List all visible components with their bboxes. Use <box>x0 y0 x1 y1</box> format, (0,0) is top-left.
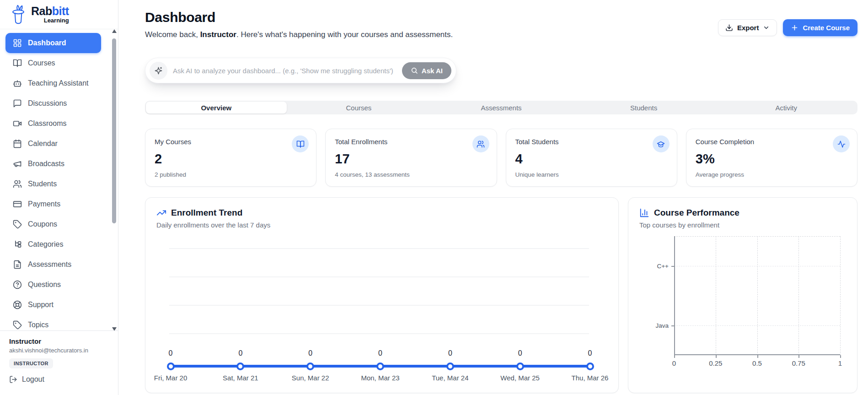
welcome-name: Instructor <box>200 30 236 39</box>
sidebar-item-assessments[interactable]: Assessments <box>5 254 101 275</box>
stat-subtitle: 4 courses, 13 assessments <box>335 171 487 178</box>
stat-icon-chip <box>653 135 670 152</box>
trend-point-marker <box>516 363 524 370</box>
stat-label: Total Students <box>515 138 668 146</box>
create-course-label: Create Course <box>803 24 850 32</box>
credit-card-icon <box>13 200 22 209</box>
tab-label: Activity <box>775 104 797 112</box>
logout-button[interactable]: Logout <box>9 375 109 384</box>
plus-icon <box>791 24 798 32</box>
tab-courses[interactable]: Courses <box>289 102 429 114</box>
message-square-icon <box>13 99 22 108</box>
sidebar-item-dashboard[interactable]: Dashboard <box>5 33 101 53</box>
charts-row: Enrollment Trend Daily enrollments over … <box>145 197 857 393</box>
stat-icon-chip <box>292 135 309 152</box>
welcome-message: Welcome back, Instructor. Here's what's … <box>145 30 453 39</box>
scroll-up-arrow-icon[interactable] <box>112 29 117 33</box>
export-label: Export <box>737 24 759 32</box>
scrollbar-thumb[interactable] <box>112 38 116 223</box>
enrollment-trend-card: Enrollment Trend Daily enrollments over … <box>145 197 619 393</box>
stat-card-total-students: Total Students 4 Unique learners <box>506 129 677 187</box>
enrollment-trend-title-row: Enrollment Trend <box>156 208 607 218</box>
trend-x-tick-label: Fri, Mar 20 <box>154 374 188 382</box>
trend-x-tick-label: Wed, Mar 25 <box>500 374 540 382</box>
help-circle-icon <box>13 280 22 289</box>
sparkles-icon <box>154 66 163 75</box>
sidebar-item-payments[interactable]: Payments <box>5 194 101 214</box>
tag-icon <box>13 320 22 330</box>
sidebar-item-courses[interactable]: Courses <box>5 53 101 73</box>
tab-students[interactable]: Students <box>573 102 714 114</box>
perf-y-tick-label: Java <box>655 322 669 329</box>
chevron-down-icon <box>763 24 770 31</box>
tab-bar: Overview Courses Assessments Students <box>145 101 857 114</box>
sidebar-item-classrooms[interactable]: Classrooms <box>5 114 101 134</box>
trend-point-marker <box>376 363 384 370</box>
perf-x-tick-mark <box>674 355 675 358</box>
logout-icon <box>9 375 17 384</box>
ask-ai-bar: Ask AI <box>145 58 456 83</box>
tab-assessments[interactable]: Assessments <box>431 102 572 114</box>
user-panel: Instructor akshi.vishnoi@techcurators.in… <box>0 330 118 395</box>
trend-point-marker <box>586 363 594 370</box>
perf-x-tick-label: 0.75 <box>792 359 805 367</box>
tab-label: Courses <box>346 104 371 112</box>
trend-x-tick-label: Sun, Mar 22 <box>292 374 329 382</box>
ask-ai-button[interactable]: Ask AI <box>402 62 451 79</box>
stat-value: 4 <box>515 152 668 167</box>
trend-point-value: 0 <box>308 349 312 357</box>
tab-overview[interactable]: Overview <box>146 102 287 114</box>
trend-point-marker <box>306 363 314 370</box>
export-button[interactable]: Export <box>718 19 777 36</box>
stat-card-total-enrollments: Total Enrollments 17 4 courses, 13 asses… <box>325 129 497 187</box>
perf-x-tick-label: 0.5 <box>752 359 762 367</box>
perf-h-gridline <box>674 325 840 326</box>
tab-label: Students <box>630 104 657 112</box>
sidebar-item-broadcasts[interactable]: Broadcasts <box>5 154 101 174</box>
stat-value: 2 <box>155 152 307 167</box>
tab-activity[interactable]: Activity <box>716 102 857 114</box>
sidebar-item-label: Support <box>28 301 54 309</box>
sidebar-item-support[interactable]: Support <box>5 295 101 315</box>
download-icon <box>725 24 733 32</box>
sidebar-item-label: Coupons <box>28 220 57 228</box>
perf-x-tick-label: 1 <box>838 359 842 367</box>
sidebar-item-label: Students <box>28 180 57 188</box>
sidebar-item-label: Dashboard <box>28 39 66 47</box>
book-open-icon <box>296 140 305 148</box>
video-icon <box>13 119 22 128</box>
stat-value: 3% <box>696 152 848 167</box>
stat-subtitle: Average progress <box>696 171 848 178</box>
sidebar-item-questions[interactable]: Questions <box>5 275 101 295</box>
sidebar-item-label: Topics <box>28 321 48 329</box>
ask-ai-button-label: Ask AI <box>422 67 443 75</box>
sidebar-item-coupons[interactable]: Coupons <box>5 214 101 234</box>
trend-x-tick-label: Tue, Mar 24 <box>432 374 468 382</box>
sidebar-item-discussions[interactable]: Discussions <box>5 93 101 114</box>
tab-label: Assessments <box>481 104 521 112</box>
trend-x-tick-label: Thu, Mar 26 <box>572 374 609 382</box>
calendar-icon <box>13 139 22 148</box>
perf-x-tick-label: 0 <box>672 359 676 367</box>
file-text-icon <box>13 260 22 269</box>
main-area: Dashboard Welcome back, Instructor. Here… <box>118 0 868 395</box>
users-icon <box>477 140 485 148</box>
sidebar-item-label: Courses <box>28 59 55 67</box>
sidebar-scrollbar <box>112 29 117 331</box>
trend-point-marker <box>446 363 454 370</box>
sidebar-item-label: Classrooms <box>28 119 66 128</box>
sidebar-item-teaching-assistant[interactable]: Teaching Assistant <box>5 73 101 93</box>
stat-label: Course Completion <box>696 138 848 146</box>
sidebar-item-categories[interactable]: Categories <box>5 234 101 254</box>
tab-label: Overview <box>201 104 231 112</box>
create-course-button[interactable]: Create Course <box>783 19 857 36</box>
role-badge: INSTRUCTOR <box>9 358 53 368</box>
stat-label: My Courses <box>155 138 307 146</box>
sidebar-item-calendar[interactable]: Calendar <box>5 134 101 154</box>
bot-icon <box>13 79 22 88</box>
ask-ai-input[interactable] <box>167 67 402 75</box>
perf-x-tick-mark <box>716 355 717 358</box>
brand-tagline: Learning <box>31 17 69 24</box>
sidebar-item-students[interactable]: Students <box>5 174 101 194</box>
trend-point-value: 0 <box>518 349 522 357</box>
